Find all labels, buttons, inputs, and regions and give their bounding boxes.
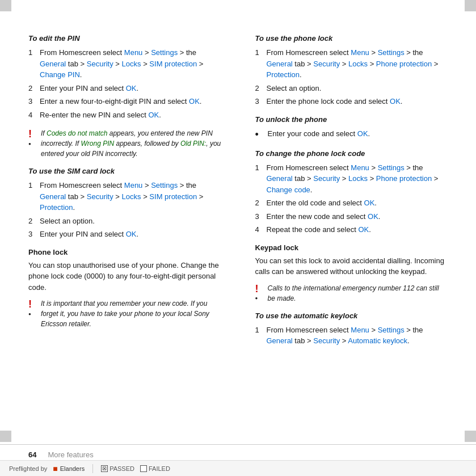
link-locks[interactable]: Locks	[348, 174, 368, 183]
list-item: 2 Select an option.	[255, 83, 448, 94]
separator	[92, 464, 93, 473]
link-sim-protection[interactable]: SIM protection	[149, 192, 197, 201]
corner-mark-br	[465, 431, 476, 442]
list-item: 1 From Homescreen select Menu > Settings…	[28, 47, 221, 81]
footer-page-info: 64 More features	[28, 450, 94, 459]
list-item: 1 From Homescreen select Menu > Settings…	[28, 180, 221, 213]
page-container: To edit the PIN 1 From Homescreen select…	[0, 0, 476, 476]
elanders-name: Elanders	[60, 465, 85, 472]
corner-mark-bl	[0, 431, 11, 442]
column-right: To use the phone lock 1 From Homescreen …	[250, 34, 448, 355]
link-security[interactable]: Security	[313, 60, 340, 68]
link-ok[interactable]: OK	[126, 84, 137, 92]
link-general[interactable]: General	[267, 174, 293, 183]
phone-lock-heading: Phone lock	[28, 248, 221, 256]
link-security[interactable]: Security	[87, 192, 113, 201]
list-item: 3 Enter the phone lock code and select O…	[255, 96, 448, 107]
link-settings[interactable]: Settings	[378, 48, 405, 57]
page-number: 64	[28, 450, 36, 459]
link-auto-keylock[interactable]: Automatic keylock	[348, 336, 407, 345]
bullet-point: •	[255, 128, 263, 141]
list-item: 2 Enter the old code and select OK.	[255, 197, 448, 209]
link-old-pin[interactable]: Old PIN:	[180, 140, 206, 148]
warning-icon-right: !	[255, 283, 263, 296]
note-text-1: If Codes do not match appears, you enter…	[41, 128, 221, 159]
list-item: 3 Enter your PIN and select OK.	[28, 229, 221, 240]
link-ok[interactable]: OK	[364, 199, 375, 207]
phone-lock-body: You can stop unauthorised use of your ph…	[28, 260, 221, 293]
corner-mark-tr	[465, 0, 476, 11]
link-security[interactable]: Security	[313, 336, 340, 345]
note-text-2: It is important that you remember your n…	[41, 298, 221, 329]
link-ok[interactable]: OK	[357, 129, 368, 138]
link-ok[interactable]: OK	[126, 230, 137, 238]
bullet-dot-right: ●	[255, 296, 263, 301]
section-use-phone-lock-title: To use the phone lock	[255, 34, 448, 43]
failed-label: FAILED	[149, 465, 170, 472]
failed-checkbox	[140, 465, 147, 472]
link-codes-no-match[interactable]: Codes do not match	[47, 129, 107, 137]
change-phone-lock-steps: 1 From Homescreen select Menu > Settings…	[255, 162, 448, 235]
section-unlock-phone-title: To unlock the phone	[255, 115, 448, 124]
warning-icon: !	[28, 128, 36, 141]
link-locks[interactable]: Locks	[348, 60, 368, 68]
link-protection[interactable]: Protection	[267, 70, 300, 79]
passed-checkbox: ☒	[101, 465, 108, 472]
preflight-logo: ■ Elanders	[53, 464, 85, 473]
link-general[interactable]: General	[267, 60, 293, 68]
link-change-code[interactable]: Change code	[267, 186, 310, 194]
link-locks[interactable]: Locks	[122, 192, 141, 201]
unlock-bullet: • Enter your code and select OK.	[255, 128, 448, 141]
list-item: 4 Re-enter the new PIN and select OK.	[28, 109, 221, 121]
section-sim-card-lock-title: To use the SIM card lock	[28, 167, 221, 175]
footer-label: More features	[48, 450, 93, 459]
link-security[interactable]: Security	[313, 174, 340, 183]
section-change-phone-lock-title: To change the phone lock code	[255, 149, 448, 158]
list-item: 2 Select an option.	[28, 216, 221, 227]
preflight-bar: Preflighted by ■ Elanders ☒ PASSED FAILE…	[0, 460, 476, 476]
link-settings[interactable]: Settings	[151, 48, 178, 57]
link-menu[interactable]: Menu	[351, 163, 369, 172]
link-ok[interactable]: OK	[390, 97, 401, 106]
content-area: To edit the PIN 1 From Homescreen select…	[0, 0, 476, 377]
elanders-icon: ■	[53, 464, 57, 473]
link-settings[interactable]: Settings	[151, 181, 178, 189]
link-settings[interactable]: Settings	[378, 326, 405, 334]
list-item: 1 From Homescreen select Menu > Settings…	[255, 162, 448, 196]
link-sim-protection[interactable]: SIM protection	[149, 60, 197, 68]
link-wrong-pin[interactable]: Wrong PIN	[81, 140, 114, 148]
link-security[interactable]: Security	[87, 60, 113, 68]
link-general[interactable]: General	[40, 192, 66, 201]
link-protection[interactable]: Protection	[40, 203, 73, 212]
link-ok[interactable]: OK	[189, 97, 200, 106]
list-item: 4 Repeat the code and select OK.	[255, 224, 448, 235]
note-block-1: ! ● If Codes do not match appears, you e…	[28, 128, 221, 159]
list-item: 3 Enter the new code and select OK.	[255, 211, 448, 222]
link-menu[interactable]: Menu	[124, 181, 143, 189]
link-phone-protection[interactable]: Phone protection	[376, 174, 432, 183]
list-item: 1 From Homescreen select Menu > Settings…	[255, 325, 448, 347]
link-locks[interactable]: Locks	[122, 60, 141, 68]
link-phone-protection[interactable]: Phone protection	[376, 60, 432, 68]
section-auto-keylock-title: To use the automatic keylock	[255, 311, 448, 320]
warning-icon-2: !	[28, 298, 36, 311]
passed-label: PASSED	[109, 465, 134, 472]
preflight-label: Preflighted by	[9, 465, 47, 472]
link-ok[interactable]: OK	[358, 225, 369, 234]
note-text-right: Calls to the international emergency num…	[268, 283, 448, 304]
link-general[interactable]: General	[40, 60, 66, 68]
sim-card-lock-steps: 1 From Homescreen select Menu > Settings…	[28, 180, 221, 240]
link-change-pin[interactable]: Change PIN	[40, 70, 80, 79]
link-ok[interactable]: OK	[149, 111, 159, 119]
link-general[interactable]: General	[267, 336, 293, 345]
link-settings[interactable]: Settings	[378, 163, 405, 172]
failed-box: FAILED	[140, 465, 170, 472]
link-menu[interactable]: Menu	[351, 48, 369, 57]
auto-keylock-steps: 1 From Homescreen select Menu > Settings…	[255, 325, 448, 347]
link-ok[interactable]: OK	[368, 212, 378, 221]
list-item: 1 From Homescreen select Menu > Settings…	[255, 47, 448, 81]
link-menu[interactable]: Menu	[351, 326, 369, 334]
link-menu[interactable]: Menu	[124, 48, 143, 57]
edit-pin-steps: 1 From Homescreen select Menu > Settings…	[28, 47, 221, 120]
bullet-dot: ●	[28, 142, 36, 146]
